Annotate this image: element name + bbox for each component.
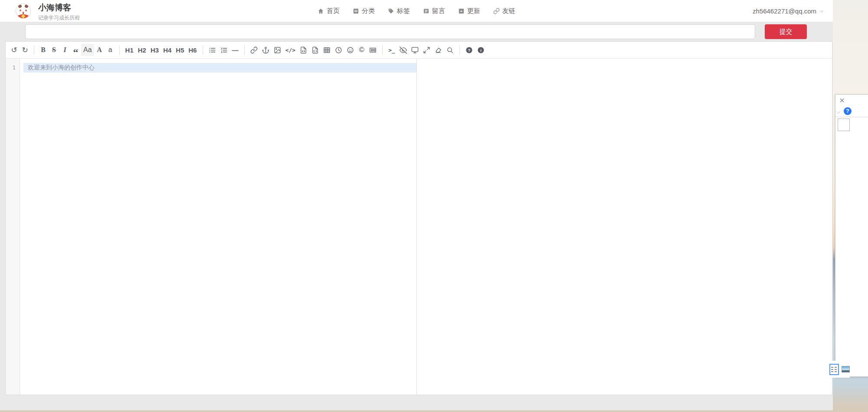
pagebreak-button[interactable] bbox=[367, 44, 379, 56]
link-button[interactable] bbox=[248, 44, 260, 56]
svg-text:?: ? bbox=[468, 48, 471, 52]
info-icon: i bbox=[477, 46, 485, 54]
info-button[interactable]: i bbox=[475, 44, 487, 56]
nav-item-friend-links[interactable]: 友链 bbox=[493, 7, 515, 15]
preformatted-text-button[interactable] bbox=[298, 44, 309, 56]
widget-help-icon[interactable]: ? bbox=[844, 107, 852, 115]
h3-icon: H3 bbox=[151, 46, 159, 54]
list-ol-button[interactable] bbox=[218, 44, 230, 56]
site-header: 小海博客 记录学习成长历程 首页 分类 标签 留言 bbox=[0, 0, 833, 22]
active-line: 欢迎来到小海的创作中心 bbox=[23, 63, 416, 73]
nav-item-tags[interactable]: 标签 bbox=[388, 7, 410, 15]
search-button[interactable] bbox=[444, 44, 456, 56]
h2-button[interactable]: H2 bbox=[136, 44, 148, 56]
main-nav: 首页 分类 标签 留言 更新 bbox=[318, 0, 515, 22]
html-entities-button[interactable]: © bbox=[356, 44, 367, 56]
list-view-icon[interactable] bbox=[829, 364, 839, 375]
home-icon bbox=[318, 8, 324, 14]
code-block-button[interactable] bbox=[309, 44, 321, 56]
list-ul-icon bbox=[209, 46, 216, 54]
list-ul-button[interactable] bbox=[206, 44, 218, 56]
ucwords-button[interactable]: Aa bbox=[81, 44, 94, 56]
table-button[interactable] bbox=[321, 44, 333, 56]
screen: 小海博客 记录学习成长历程 首页 分类 标签 留言 bbox=[0, 0, 868, 412]
nav-item-messages[interactable]: 留言 bbox=[423, 7, 445, 15]
strikethrough-button[interactable]: S bbox=[49, 44, 59, 56]
tag-icon bbox=[388, 8, 394, 14]
datetime-button[interactable] bbox=[333, 44, 344, 56]
toolbar-divider bbox=[459, 45, 460, 55]
h3-button[interactable]: H3 bbox=[148, 44, 161, 56]
fullscreen-button[interactable] bbox=[421, 44, 432, 56]
code-button[interactable]: </> bbox=[283, 44, 298, 56]
image-button[interactable] bbox=[272, 44, 283, 56]
code-area[interactable]: 欢迎来到小海的创作中心 bbox=[23, 59, 416, 73]
site-logo-avatar[interactable] bbox=[16, 3, 31, 19]
h4-icon: H4 bbox=[163, 46, 171, 54]
side-widget-panel: × ? bbox=[835, 94, 868, 377]
toolbar-divider bbox=[244, 45, 245, 55]
submit-button[interactable]: 提交 bbox=[765, 24, 807, 39]
strikethrough-icon: S bbox=[52, 46, 56, 54]
h5-button[interactable]: H5 bbox=[174, 44, 186, 56]
lowercase-icon: a bbox=[108, 46, 112, 54]
anchor-icon bbox=[262, 46, 269, 54]
list-line bbox=[831, 367, 837, 368]
image-thumbnail-icon[interactable] bbox=[842, 366, 850, 372]
svg-text:i: i bbox=[480, 48, 481, 52]
goto-line-button[interactable]: >_ bbox=[386, 44, 397, 56]
markdown-source-pane[interactable]: 1 欢迎来到小海的创作中心 bbox=[6, 59, 417, 395]
link-icon bbox=[250, 46, 258, 54]
italic-button[interactable]: I bbox=[59, 44, 70, 56]
toolbar-divider bbox=[203, 45, 203, 55]
redo-button[interactable]: ↻ bbox=[20, 44, 30, 56]
preview-button[interactable] bbox=[409, 44, 421, 56]
close-icon[interactable]: × bbox=[839, 96, 845, 105]
help-button[interactable]: ? bbox=[463, 44, 475, 56]
clear-button[interactable] bbox=[432, 44, 444, 56]
divider bbox=[835, 117, 868, 117]
table-icon bbox=[323, 46, 331, 54]
site-title: 小海博客 bbox=[38, 3, 80, 13]
bold-button[interactable]: B bbox=[38, 44, 49, 56]
nav-item-label: 首页 bbox=[327, 7, 340, 15]
quote-button[interactable]: “ bbox=[70, 46, 81, 58]
undo-button[interactable]: ↺ bbox=[9, 44, 20, 56]
watch-button[interactable] bbox=[397, 44, 409, 56]
editor-body: 1 欢迎来到小海的创作中心 bbox=[6, 59, 832, 395]
nav-item-categories[interactable]: 分类 bbox=[353, 7, 375, 15]
nav-item-label: 分类 bbox=[362, 7, 375, 15]
compose-title-bar: 提交 bbox=[0, 22, 833, 41]
user-email: zh56462271@qq.com bbox=[753, 7, 816, 15]
article-title-input[interactable] bbox=[25, 24, 755, 39]
nav-item-updates[interactable]: 更新 bbox=[458, 7, 480, 15]
widget-input[interactable] bbox=[838, 119, 850, 131]
emoji-button[interactable] bbox=[344, 44, 356, 56]
inline-code-icon: </> bbox=[285, 47, 295, 53]
floating-mini-toolbar bbox=[827, 361, 850, 378]
h4-button[interactable]: H4 bbox=[161, 44, 174, 56]
user-menu[interactable]: zh56462271@qq.com bbox=[753, 0, 824, 22]
markdown-editor: ↺ ↻ B S I “ Aa A a H1 H2 H3 H4 H5 H6 bbox=[5, 41, 832, 395]
editor-toolbar: ↺ ↻ B S I “ Aa A a H1 H2 H3 H4 H5 H6 bbox=[6, 42, 832, 59]
hr-icon: — bbox=[232, 46, 239, 54]
goto-line-icon: >_ bbox=[388, 47, 395, 53]
chevron-down-icon[interactable] bbox=[835, 109, 841, 117]
h6-icon: H6 bbox=[189, 46, 197, 54]
logo-detail bbox=[20, 10, 21, 11]
clock-icon bbox=[335, 46, 342, 54]
file-code-icon bbox=[300, 46, 307, 54]
nav-item-home[interactable]: 首页 bbox=[318, 7, 340, 15]
toolbar-divider bbox=[119, 45, 120, 55]
fullscreen-icon bbox=[423, 46, 430, 54]
h5-icon: H5 bbox=[176, 46, 184, 54]
italic-icon: I bbox=[63, 46, 66, 54]
reference-link-button[interactable] bbox=[260, 44, 272, 56]
h1-button[interactable]: H1 bbox=[123, 44, 136, 56]
uppercase-button[interactable]: A bbox=[94, 44, 105, 56]
content-column: 小海博客 记录学习成长历程 首页 分类 标签 留言 bbox=[0, 0, 833, 410]
lowercase-button[interactable]: a bbox=[105, 44, 116, 56]
update-icon bbox=[458, 8, 465, 14]
h6-button[interactable]: H6 bbox=[187, 44, 199, 56]
hr-button[interactable]: — bbox=[230, 44, 241, 56]
